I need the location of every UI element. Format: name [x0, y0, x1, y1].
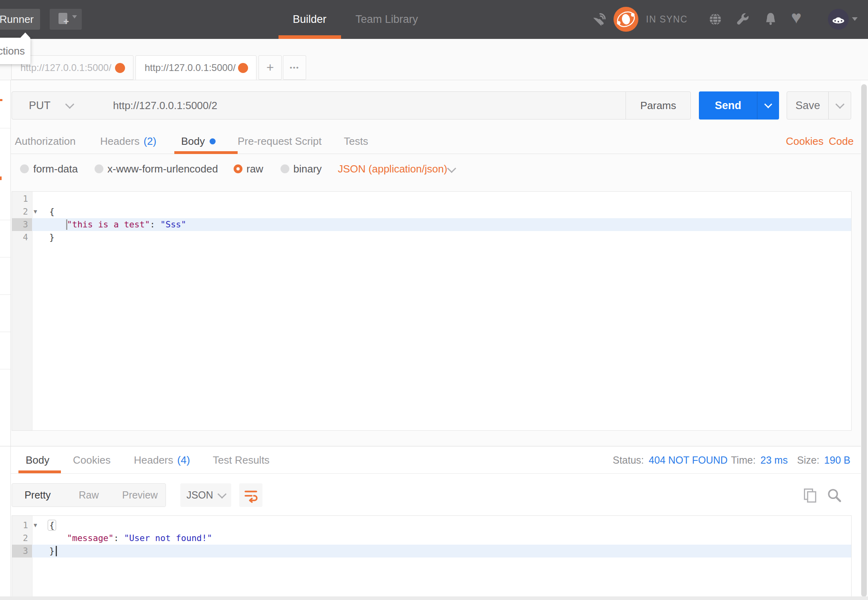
raw-label: Raw — [79, 489, 99, 501]
save-button[interactable]: Save — [787, 91, 851, 120]
copy-response-button[interactable] — [801, 486, 819, 504]
request-editor-tabs: Authorization Headers (2) Body Pre-reque… — [11, 128, 861, 154]
view-pretty-button[interactable]: Pretty — [12, 489, 63, 501]
runner-button[interactable]: Runner — [0, 9, 40, 30]
radio-x-www-form-urlencoded[interactable] — [95, 164, 103, 173]
search-response-button[interactable] — [826, 486, 843, 504]
tab-test-results[interactable]: Test Results — [213, 446, 270, 474]
cookies-link[interactable]: Cookies — [786, 128, 824, 154]
send-button[interactable]: Send — [699, 91, 779, 120]
search-icon — [827, 488, 842, 503]
raw-label: raw — [246, 154, 263, 184]
pretty-label: Pretty — [24, 489, 50, 501]
size-label: Size: — [797, 454, 820, 466]
user-avatar[interactable] — [828, 9, 849, 30]
bell-icon[interactable] — [764, 12, 777, 26]
window-vertical-scrollbar[interactable] — [861, 84, 867, 597]
format-value: JSON — [186, 489, 213, 501]
response-time: Time: 23 ms — [731, 446, 788, 474]
wrap-lines-button[interactable] — [239, 483, 262, 507]
url-input[interactable]: http://127.0.0.1:5000/2 — [103, 91, 626, 120]
save-options-caret[interactable] — [828, 92, 851, 119]
collections-tooltip: ctions — [0, 38, 30, 64]
sidebar-divider — [0, 369, 10, 369]
send-options-caret[interactable] — [757, 91, 779, 120]
tab-response-cookies[interactable]: Cookies — [73, 446, 111, 474]
request-tab-strip: http://127.0.0.1:5000/ http://127.0.0.1:… — [0, 39, 868, 80]
radio-binary[interactable] — [281, 164, 289, 173]
tab-tests[interactable]: Tests — [344, 128, 368, 154]
headers-count-badge: (2) — [143, 135, 156, 148]
tab-body-active[interactable]: Body — [181, 128, 216, 154]
sidebar-divider — [0, 294, 10, 295]
request-tab-1-title: http://127.0.0.1:5000/ — [20, 62, 111, 73]
code-line: 1 ▾ { — [12, 519, 851, 532]
sidebar-divider — [0, 332, 10, 332]
json-key: "this is a test" — [67, 219, 150, 229]
satellite-icon[interactable] — [591, 12, 607, 27]
view-preview-button[interactable]: Preview — [114, 489, 166, 501]
tab-response-headers[interactable]: Headers (4) — [134, 446, 190, 474]
save-main[interactable]: Save — [787, 92, 828, 119]
request-tab-2-active[interactable]: http://127.0.0.1:5000/ — [135, 55, 256, 80]
send-label: Send — [715, 99, 741, 112]
size-value: 190 B — [824, 454, 850, 466]
plus-icon: + — [266, 60, 274, 75]
tooltip-caret — [20, 32, 30, 38]
view-raw-button[interactable]: Raw — [63, 489, 115, 501]
avatar-menu-caret-icon[interactable] — [852, 17, 858, 21]
status-value: 404 NOT FOUND — [649, 454, 728, 466]
sidebar-divider — [0, 220, 10, 220]
code-line: 1 — [12, 193, 851, 205]
new-window-button[interactable]: + — [50, 9, 82, 30]
form-data-label: form-data — [33, 154, 78, 184]
wrench-icon[interactable] — [737, 12, 750, 26]
builder-label: Builder — [293, 13, 326, 26]
tab-team-library[interactable]: Team Library — [343, 0, 431, 39]
tab-headers[interactable]: Headers (2) — [100, 128, 156, 154]
more-tabs-button[interactable]: ••• — [283, 55, 306, 80]
text-cursor — [66, 219, 67, 230]
copy-icon — [803, 487, 818, 503]
body-type-row: form-data x-www-form-urlencoded raw bina… — [11, 154, 861, 184]
code-link[interactable]: Code — [829, 128, 854, 154]
response-cookies-label: Cookies — [73, 454, 111, 466]
tab-authorization[interactable]: Authorization — [15, 128, 76, 154]
params-label: Params — [640, 99, 676, 112]
url-value: http://127.0.0.1:5000/2 — [113, 99, 217, 112]
request-body-editor[interactable]: 1 2 ▾ { 3 "this is a test": "Sss" 4 } — [12, 191, 852, 431]
team-library-label: Team Library — [355, 13, 418, 26]
send-main[interactable]: Send — [699, 91, 757, 120]
tests-label: Tests — [344, 135, 368, 148]
response-body-label: Body — [26, 454, 49, 466]
response-size: Size: 190 B — [797, 446, 850, 474]
sync-status-badge[interactable] — [614, 7, 638, 32]
tab-response-body-active[interactable]: Body — [26, 446, 49, 474]
wrap-text-icon — [243, 488, 258, 503]
sync-logo-icon — [614, 7, 638, 32]
params-button[interactable]: Params — [626, 91, 691, 120]
add-tab-button[interactable]: + — [258, 55, 282, 80]
sidebar-accent-fragment — [0, 99, 2, 101]
heart-icon[interactable]: ♥ — [791, 7, 801, 27]
sidebar-divider — [0, 257, 10, 257]
content-type-select[interactable]: JSON (application/json) — [338, 154, 447, 184]
chevron-down-icon[interactable] — [447, 164, 456, 173]
radio-form-data[interactable] — [20, 164, 29, 173]
chevron-down-icon — [835, 100, 844, 109]
fold-caret-icon[interactable]: ▾ — [34, 519, 42, 532]
plus-icon: + — [63, 16, 69, 27]
radio-raw-selected[interactable] — [234, 164, 242, 173]
response-headers-count-badge: (4) — [177, 454, 190, 466]
urlencoded-label: x-www-form-urlencoded — [107, 154, 218, 184]
response-format-select[interactable]: JSON — [180, 483, 231, 507]
globe-icon[interactable] — [709, 13, 722, 26]
tab-pre-request-script[interactable]: Pre-request Script — [238, 128, 322, 154]
line-number: 1 — [12, 519, 28, 532]
method-select[interactable]: PUT — [12, 91, 103, 120]
unsaved-dot-icon — [115, 63, 125, 73]
tooltip-text: ctions — [0, 45, 25, 57]
heart-glyph: ♥ — [791, 7, 801, 27]
fold-caret-icon[interactable]: ▾ — [34, 205, 42, 218]
response-body-editor[interactable]: 1 ▾ { 2 "message": "User not found!" 3 } — [12, 515, 852, 600]
